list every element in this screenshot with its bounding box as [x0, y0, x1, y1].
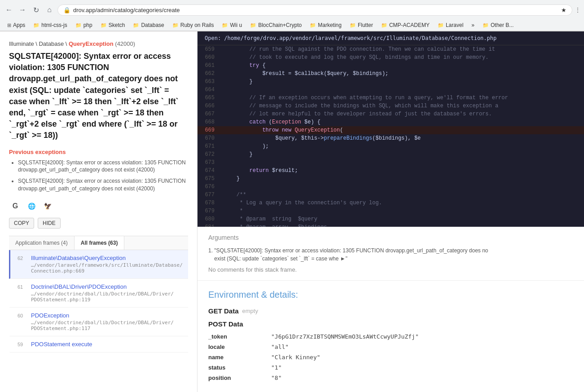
bookmark-html-css-js[interactable]: 📁 html-css-js	[30, 21, 70, 30]
url-text: drov.app/admin/catalog/categories/create	[73, 7, 558, 13]
frame-item[interactable]: 62 Illuminate\Database\QueryException …/…	[9, 250, 188, 279]
code-line: 681 * @param array $bindings	[198, 223, 584, 227]
extensions-area: ⋮	[575, 7, 580, 13]
open-label: Open:	[205, 35, 221, 41]
frame-body: Doctrine\DBAL\Driver\PDOException …/vend…	[31, 283, 181, 303]
bookmark-marketing[interactable]: 📁 Marketing	[306, 21, 345, 30]
frame-path: …/vendor/laravel/framework/src/Illuminat…	[31, 262, 183, 274]
line-number: 668	[198, 118, 220, 126]
bookmark-wii-u[interactable]: 📁 Wii u	[218, 21, 246, 30]
code-line: 668 catch (Exception $e) {	[198, 118, 584, 126]
google-search-icon[interactable]: G	[9, 200, 22, 212]
line-content: * Log a query in the connection's query …	[220, 199, 584, 207]
code-line: 667 // lot more helpful to the developer…	[198, 110, 584, 118]
frame-path: …/vendor/doctrine/dbal/lib/Doctrine/DBAL…	[31, 320, 181, 331]
line-content: $query, $this->prepareBindings($bindings…	[220, 134, 584, 142]
hide-button[interactable]: HIDE	[38, 218, 61, 229]
line-number: 664	[198, 86, 220, 94]
post-data-table: _token"J6pG1Drz7XzIBTSQNMSWEmO3LsAWtCcwy…	[208, 331, 573, 383]
get-data-empty: empty	[242, 308, 258, 314]
frame-item[interactable]: 59 PDOStatement execute	[9, 336, 188, 352]
folder-icon: 📁	[101, 22, 107, 28]
home-button[interactable]: ⌂	[44, 4, 55, 15]
line-number: 675	[198, 175, 220, 183]
no-comments-text: No comments for this stack frame.	[208, 266, 573, 273]
arguments-title: Arguments	[208, 234, 573, 241]
line-number: 665	[198, 94, 220, 102]
right-panel: Open: /home/forge/drov.app/vendor/larave…	[198, 31, 584, 392]
globe-icon[interactable]: 🌐	[25, 200, 38, 212]
code-line: 673	[198, 159, 584, 167]
reload-button[interactable]: ↻	[31, 4, 41, 15]
code-table: 659 // run the SQL against the PDO conne…	[198, 45, 584, 227]
line-number: 678	[198, 199, 220, 207]
code-view[interactable]: 659 // run the SQL against the PDO conne…	[198, 45, 584, 227]
frame-num: 62	[18, 255, 26, 261]
more-bookmarks-label: »	[471, 22, 474, 28]
bookmark-database[interactable]: 📁 Database	[129, 21, 167, 30]
bookmark-flutter[interactable]: 📁 Flutter	[346, 21, 377, 30]
line-content: // took to execute and log the query SQL…	[220, 53, 584, 62]
post-data-value: "Clark Kinney"	[271, 352, 573, 362]
bookmark-apps[interactable]: ⊞ Apps	[4, 21, 29, 30]
folder-icon: 📁	[483, 22, 489, 28]
bookmark-php-label: php	[83, 22, 92, 28]
bookmarks-bar: ⊞ Apps 📁 html-css-js 📁 php 📁 Sketch 📁 Da…	[0, 20, 584, 31]
address-bar[interactable]: 🔒 drov.app/admin/catalog/categories/crea…	[57, 4, 572, 16]
bookmark-other[interactable]: 📁 Other B...	[479, 21, 517, 30]
browser-chrome: ← → ↻ ⌂ 🔒 drov.app/admin/catalog/categor…	[0, 0, 584, 31]
post-data-row: name"Clark Kinney"	[208, 352, 573, 362]
line-content: );	[220, 142, 584, 150]
copy-button[interactable]: COPY	[9, 218, 34, 229]
bookmark-sketch[interactable]: 📁 Sketch	[97, 21, 129, 30]
bookmark-cmp[interactable]: 📁 CMP-ACADEMY	[378, 21, 433, 30]
line-number: 672	[198, 150, 220, 159]
bookmark-more[interactable]: »	[468, 21, 478, 30]
post-data-key: locale	[208, 342, 271, 352]
exception-namespace: Illuminate \ Database \	[9, 40, 67, 47]
line-content: throw new QueryException(	[220, 126, 584, 134]
frame-item[interactable]: 60 PDOException …/vendor/doctrine/dbal/l…	[9, 308, 188, 336]
get-data-title: GET Data empty	[208, 307, 573, 315]
frames-tabs: Application frames (4) All frames (63)	[9, 236, 188, 250]
post-data-row: _token"J6pG1Drz7XzIBTSQNMSWEmO3LsAWtCcwy…	[208, 331, 573, 342]
frame-item[interactable]: 61 Doctrine\DBAL\Driver\PDOException …/v…	[9, 279, 188, 308]
line-content: // If an exception occurs when attemptin…	[220, 94, 584, 102]
forward-button[interactable]: →	[17, 4, 28, 15]
bookmark-ruby-on-rails[interactable]: 📁 Ruby on Rails	[169, 21, 218, 30]
bookmark-marketing-label: Marketing	[318, 22, 342, 28]
line-number: 679	[198, 207, 220, 215]
folder-icon: 📁	[350, 22, 356, 28]
tab-all-frames[interactable]: All frames (63)	[75, 236, 125, 250]
bookmark-laravel[interactable]: 📁 Laravel	[434, 21, 467, 30]
bookmark-html-label: html-css-js	[41, 22, 67, 28]
hawk-icon[interactable]: 🦅	[41, 200, 54, 212]
line-content	[220, 183, 584, 191]
frame-num: 59	[18, 342, 26, 347]
bookmark-blockchain[interactable]: 📁 BlocChain+Crypto	[246, 21, 305, 30]
code-line: 676	[198, 183, 584, 191]
line-content: try {	[220, 62, 584, 70]
bookmark-php[interactable]: 📁 php	[72, 21, 96, 30]
line-number: 659	[198, 45, 220, 53]
post-data-row: locale"all"	[208, 342, 573, 352]
exception-breadcrumb: Illuminate \ Database \ QueryException (…	[9, 40, 188, 47]
post-data-key: status	[208, 362, 271, 373]
post-data-value: "1"	[271, 362, 573, 373]
environment-section: Environment & details: GET Data empty PO…	[198, 280, 584, 392]
action-icons: G 🌐 🦅	[9, 200, 188, 212]
line-content: catch (Exception $e) {	[220, 118, 584, 126]
code-line: 664	[198, 86, 584, 94]
left-panel: Illuminate \ Database \ QueryException (…	[0, 31, 198, 392]
back-button[interactable]: ←	[4, 4, 14, 15]
folder-icon: 📁	[75, 22, 82, 28]
code-line: 679 *	[198, 207, 584, 215]
code-line: 671 );	[198, 142, 584, 150]
tab-app-frames[interactable]: Application frames (4)	[9, 236, 75, 250]
code-line: 665 // If an exception occurs when attem…	[198, 94, 584, 102]
frames-list: 62 Illuminate\Database\QueryException …/…	[9, 250, 188, 352]
bookmark-cmp-label: CMP-ACADEMY	[389, 22, 430, 28]
previous-exceptions-list: SQLSTATE[42000]: Syntax error or access …	[9, 159, 188, 193]
folder-icon: 📁	[381, 22, 387, 28]
post-data-value: "all"	[271, 342, 573, 352]
